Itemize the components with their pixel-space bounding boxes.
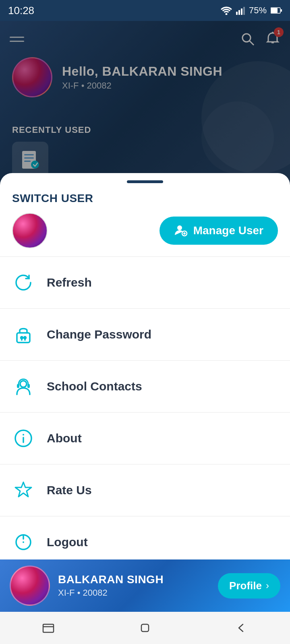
svg-point-31 xyxy=(23,434,24,436)
switch-user-title: SWITCH USER xyxy=(12,192,93,204)
status-bar: 10:28 75% xyxy=(0,0,290,21)
contacts-icon xyxy=(12,375,35,398)
profile-info: BALKARAN SINGH XI-F • 20082 xyxy=(58,573,210,598)
svg-point-0 xyxy=(225,13,227,15)
menu-item-school-contacts[interactable]: School Contacts xyxy=(0,361,290,412)
wifi-icon xyxy=(221,6,232,15)
profile-button-label: Profile xyxy=(229,580,262,592)
sheet-header: SWITCH USER xyxy=(0,183,290,209)
recent-apps-button[interactable] xyxy=(29,617,67,639)
back-icon xyxy=(235,621,249,635)
svg-rect-2 xyxy=(238,10,240,15)
svg-rect-3 xyxy=(241,8,242,15)
menu-label-about: About xyxy=(47,431,82,445)
svg-rect-4 xyxy=(243,7,245,15)
svg-rect-7 xyxy=(281,9,282,12)
menu-item-refresh[interactable]: Refresh xyxy=(0,257,290,308)
android-nav-bar xyxy=(0,612,290,644)
password-icon xyxy=(12,323,35,346)
svg-rect-35 xyxy=(43,624,54,632)
svg-point-26 xyxy=(20,381,27,387)
profile-button[interactable]: Profile › xyxy=(218,573,280,599)
svg-point-17 xyxy=(177,225,182,230)
menu-label-school-contacts: School Contacts xyxy=(47,380,142,393)
menu-label-refresh: Refresh xyxy=(47,276,92,289)
home-button[interactable] xyxy=(126,617,164,639)
bottom-profile-bar: BALKARAN SINGH XI-F • 20082 Profile › xyxy=(0,559,290,612)
manage-user-button[interactable]: Manage User xyxy=(160,217,278,245)
menu-label-logout: Logout xyxy=(47,535,88,549)
about-icon xyxy=(12,427,35,450)
svg-rect-6 xyxy=(271,8,278,13)
menu-label-rate-us: Rate Us xyxy=(47,483,92,497)
profile-name: BALKARAN SINGH xyxy=(58,573,210,586)
rate-icon xyxy=(12,479,35,502)
sheet-handle[interactable] xyxy=(127,180,163,183)
signal-icon xyxy=(236,6,245,15)
manage-user-label: Manage User xyxy=(193,224,263,237)
menu-item-about[interactable]: About xyxy=(0,413,290,464)
overlay-dim xyxy=(0,0,290,193)
svg-rect-37 xyxy=(141,624,149,632)
refresh-icon xyxy=(12,271,35,294)
menu-item-rate-us[interactable]: Rate Us xyxy=(0,464,290,516)
svg-marker-32 xyxy=(15,482,31,497)
recent-apps-icon xyxy=(41,621,55,635)
menu-item-change-password[interactable]: Change Password xyxy=(0,309,290,360)
menu-label-change-password: Change Password xyxy=(47,328,151,341)
battery-text: 75% xyxy=(249,5,267,16)
back-button[interactable] xyxy=(223,617,261,639)
svg-rect-1 xyxy=(236,12,238,15)
logout-icon xyxy=(12,531,35,553)
status-time: 10:28 xyxy=(8,4,34,17)
profile-class-roll: XI-F • 20082 xyxy=(58,588,210,598)
battery-icon xyxy=(271,7,282,14)
home-icon xyxy=(138,621,152,635)
switch-user-row: Manage User xyxy=(0,209,290,256)
status-icons: 75% xyxy=(221,5,282,16)
profile-avatar xyxy=(10,566,50,606)
chevron-right-icon: › xyxy=(266,580,269,591)
switch-user-avatar[interactable] xyxy=(12,213,48,248)
svg-rect-27 xyxy=(17,384,19,388)
svg-point-34 xyxy=(23,541,24,543)
svg-rect-28 xyxy=(27,384,30,388)
manage-user-icon xyxy=(174,224,188,237)
